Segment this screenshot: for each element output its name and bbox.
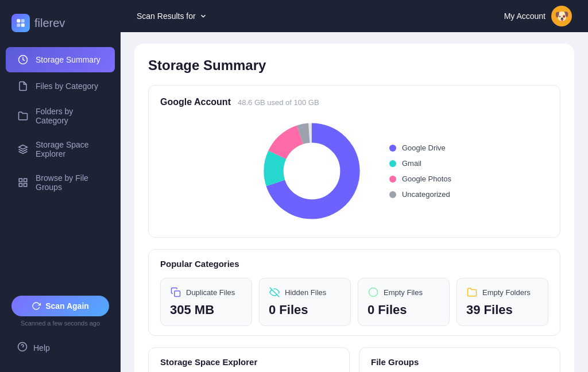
- category-header-duplicate: Duplicate Files: [170, 286, 242, 298]
- sidebar-item-storage-summary[interactable]: Storage Summary: [6, 47, 115, 72]
- scan-button-label: Scan Again: [45, 301, 89, 311]
- content-area: Storage Summary Google Account 48.6 GB u…: [121, 32, 588, 372]
- scan-results-label: Scan Results for: [137, 11, 196, 21]
- donut-chart: [257, 117, 366, 226]
- svg-point-17: [284, 144, 340, 199]
- category-card-hidden-files[interactable]: Hidden Files 0 Files: [259, 278, 351, 326]
- sidebar-item-storage-space-explorer-label: Storage Space Explorer: [36, 140, 103, 158]
- svg-rect-2: [17, 24, 20, 27]
- categories-grid: Duplicate Files 305 MB Hidden Files: [160, 278, 548, 326]
- legend-label-google-photos: Google Photos: [402, 175, 451, 183]
- topbar: Scan Results for My Account 🐶: [121, 0, 588, 32]
- grid-icon: [17, 177, 29, 188]
- sidebar-item-folders-by-category-label: Folders by Category: [36, 107, 103, 125]
- file-groups-title: File Groups: [371, 357, 548, 367]
- svg-rect-3: [21, 24, 25, 27]
- scan-again-button[interactable]: Scan Again: [11, 296, 109, 316]
- logo: filerev: [0, 9, 121, 46]
- category-card-duplicate-files[interactable]: Duplicate Files 305 MB: [160, 278, 252, 326]
- page-title: Storage Summary: [148, 57, 560, 73]
- legend-item-uncategorized: Uncategorized: [389, 190, 451, 199]
- legend-dot-gmail: [389, 160, 396, 167]
- legend-item-google-drive: Google Drive: [389, 144, 451, 152]
- main-content: Scan Results for My Account 🐶 Storage Su…: [121, 0, 588, 372]
- legend-label-gmail: Gmail: [402, 159, 421, 168]
- category-header-empty-folders: Empty Folders: [466, 286, 539, 298]
- sidebar-nav: Storage Summary Files by Category Folder…: [0, 46, 121, 200]
- layers-icon: [17, 144, 29, 155]
- category-header-hidden: Hidden Files: [269, 286, 341, 298]
- storage-info: 48.6 GB used of 100 GB: [238, 98, 319, 107]
- hidden-files-value: 0 Files: [269, 303, 341, 317]
- google-account-card: Google Account 48.6 GB used of 100 GB: [148, 85, 560, 238]
- empty-folders-label: Empty Folders: [482, 288, 531, 297]
- file-groups-card: File Groups: [359, 347, 560, 372]
- empty-folders-icon: [466, 286, 478, 298]
- empty-files-icon: [368, 286, 379, 298]
- duplicate-files-icon: [170, 286, 181, 298]
- google-account-header: Google Account 48.6 GB used of 100 GB: [160, 97, 548, 107]
- svg-rect-18: [175, 291, 180, 297]
- svg-rect-1: [21, 19, 25, 22]
- svg-rect-6: [19, 179, 22, 181]
- sidebar-item-storage-summary-label: Storage Summary: [36, 55, 100, 64]
- duplicate-files-label: Duplicate Files: [186, 288, 235, 297]
- empty-folders-value: 39 Files: [466, 303, 539, 317]
- logo-icon: [11, 14, 30, 32]
- popular-categories-title: Popular Categories: [160, 259, 548, 269]
- legend-dot-google-drive: [389, 145, 396, 152]
- file-icon: [17, 80, 29, 92]
- avatar: 🐶: [551, 6, 572, 26]
- hidden-files-icon: [269, 286, 280, 298]
- help-item[interactable]: Help: [6, 335, 115, 361]
- legend-item-gmail: Gmail: [389, 159, 451, 168]
- hidden-files-label: Hidden Files: [285, 288, 326, 297]
- logo-text: filerev: [34, 17, 65, 30]
- svg-point-20: [369, 288, 378, 297]
- sidebar-item-files-by-category[interactable]: Files by Category: [6, 73, 115, 99]
- empty-files-value: 0 Files: [368, 303, 440, 317]
- page-card: Storage Summary Google Account 48.6 GB u…: [134, 44, 574, 372]
- svg-rect-0: [17, 19, 20, 22]
- account-section: My Account 🐶: [504, 6, 572, 26]
- storage-space-explorer-card: Storage Space Explorer: [148, 347, 350, 372]
- popular-categories-section: Popular Categories Duplicate Files 305 M…: [148, 249, 560, 336]
- account-label: My Account: [504, 11, 546, 21]
- donut-section: Google Drive Gmail Google Photos Un: [160, 117, 548, 226]
- scan-results-button[interactable]: Scan Results for: [137, 11, 207, 21]
- help-icon: [17, 342, 28, 354]
- duplicate-files-value: 305 MB: [170, 303, 242, 317]
- storage-space-explorer-title: Storage Space Explorer: [160, 357, 338, 367]
- sidebar-item-browse-by-file-groups-label: Browse by File Groups: [36, 173, 103, 192]
- category-card-empty-folders[interactable]: Empty Folders 39 Files: [457, 278, 548, 326]
- empty-files-label: Empty Files: [384, 288, 423, 297]
- sidebar-item-storage-space-explorer[interactable]: Storage Space Explorer: [6, 133, 115, 165]
- sidebar-item-browse-by-file-groups[interactable]: Browse by File Groups: [6, 166, 115, 199]
- bottom-grid: Storage Space Explorer: [148, 347, 560, 372]
- sidebar-item-files-by-category-label: Files by Category: [36, 82, 98, 91]
- clock-icon: [17, 54, 29, 65]
- legend-dot-uncategorized: [389, 191, 396, 198]
- svg-rect-9: [19, 184, 22, 187]
- category-header-empty-files: Empty Files: [368, 286, 440, 298]
- help-label: Help: [33, 343, 50, 352]
- donut-legend: Google Drive Gmail Google Photos Un: [389, 144, 451, 199]
- scan-section: Scan Again Scanned a few seconds ago: [0, 296, 121, 332]
- legend-item-google-photos: Google Photos: [389, 175, 451, 183]
- sidebar: filerev Storage Summary Files by Categor…: [0, 0, 121, 372]
- category-card-empty-files[interactable]: Empty Files 0 Files: [358, 278, 450, 326]
- legend-label-uncategorized: Uncategorized: [402, 190, 450, 199]
- legend-dot-google-photos: [389, 176, 396, 183]
- svg-rect-7: [24, 179, 27, 181]
- sidebar-item-folders-by-category[interactable]: Folders by Category: [6, 100, 115, 132]
- google-account-title: Google Account: [160, 97, 231, 107]
- scan-status: Scanned a few seconds ago: [21, 320, 100, 327]
- svg-rect-8: [24, 184, 27, 187]
- folder-icon: [17, 110, 29, 122]
- svg-marker-5: [19, 145, 28, 150]
- legend-label-google-drive: Google Drive: [402, 144, 446, 152]
